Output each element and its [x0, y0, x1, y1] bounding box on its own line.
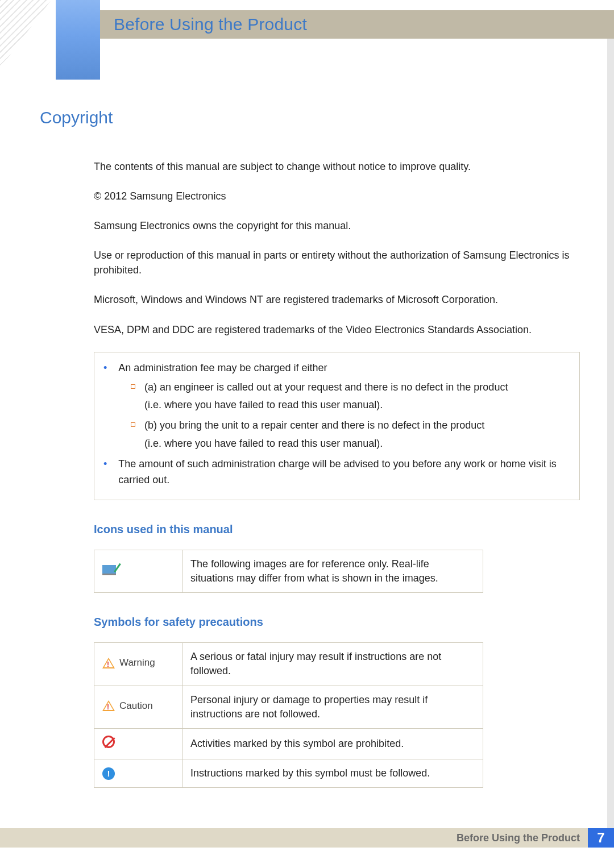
bullet-level1: • An administration fee may be charged i… — [103, 360, 570, 376]
symbol-label: Caution — [119, 699, 153, 713]
footer: Before Using the Product 7 — [0, 828, 614, 848]
symbol-description: A serious or fatal injury may result if … — [182, 643, 483, 686]
section-heading: Copyright — [40, 108, 580, 127]
decorative-hatch — [0, 0, 51, 68]
icons-table: The following images are for reference o… — [94, 550, 483, 593]
header-band: Before Using the Product — [100, 10, 614, 39]
paragraph: © 2012 Samsung Electronics — [94, 189, 580, 203]
page-number: 7 — [588, 828, 614, 848]
caution-icon: ! Caution — [102, 699, 153, 713]
table-row: ! Warning A serious or fatal injury may … — [94, 643, 483, 686]
bullet-level1: • The amount of such administration char… — [103, 456, 570, 488]
subsection-heading: Symbols for safety precautions — [94, 616, 580, 629]
bullet-text: (a) an engineer is called out at your re… — [144, 380, 508, 396]
warning-icon: ! Warning — [102, 656, 155, 670]
content: Copyright The contents of this manual ar… — [40, 108, 580, 788]
paragraph: Samsung Electronics owns the copyright f… — [94, 218, 580, 233]
paragraph: Use or reproduction of this manual in pa… — [94, 248, 580, 277]
symbol-cell: ! Warning — [94, 643, 182, 686]
symbol-description: Instructions marked by this symbol must … — [182, 759, 483, 788]
bullet-dot-icon: • — [103, 456, 107, 488]
bullet-text: An administration fee may be charged if … — [118, 360, 327, 376]
bullet-text: (b) you bring the unit to a repair cente… — [144, 418, 484, 434]
symbol-description: Activities marked by this symbol are pro… — [182, 729, 483, 759]
chapter-tab — [56, 0, 100, 80]
symbol-label: Warning — [119, 656, 155, 670]
symbol-cell: ! Caution — [94, 686, 182, 728]
symbols-table: ! Warning A serious or fatal injury may … — [94, 642, 483, 788]
page: Before Using the Product Copyright The c… — [0, 0, 614, 868]
bullet-level2: (a) an engineer is called out at your re… — [131, 380, 570, 396]
subsection-heading: Icons used in this manual — [94, 523, 580, 536]
table-row: Activities marked by this symbol are pro… — [94, 729, 483, 759]
symbol-cell: ! — [94, 759, 182, 788]
symbol-description: Personal injury or damage to properties … — [182, 686, 483, 728]
chapter-title: Before Using the Product — [114, 15, 307, 34]
admin-fee-box: • An administration fee may be charged i… — [94, 352, 580, 500]
bullet-continuation: (i.e. where you have failed to read this… — [144, 397, 570, 413]
paragraph: Microsoft, Windows and Windows NT are re… — [94, 292, 580, 307]
bullet-text: The amount of such administration charge… — [118, 456, 570, 488]
right-margin-strip — [607, 10, 614, 848]
must-follow-icon: ! — [102, 767, 115, 780]
bullet-level2: (b) you bring the unit to a repair cente… — [131, 418, 570, 434]
table-row: ! Instructions marked by this symbol mus… — [94, 759, 483, 788]
prohibited-icon — [102, 736, 115, 748]
bullet-continuation: (i.e. where you have failed to read this… — [144, 436, 570, 452]
reference-image-icon — [102, 563, 117, 575]
table-row: ! Caution Personal injury or damage to p… — [94, 686, 483, 728]
icon-cell — [94, 550, 182, 592]
symbol-cell — [94, 729, 182, 759]
paragraph: The contents of this manual are subject … — [94, 159, 580, 174]
bullet-dot-icon: • — [103, 360, 107, 376]
footer-chapter-label: Before Using the Product — [457, 832, 588, 844]
paragraph: VESA, DPM and DDC are registered tradema… — [94, 322, 580, 337]
icon-description: The following images are for reference o… — [182, 550, 483, 592]
bullet-square-icon — [131, 384, 135, 389]
bullet-square-icon — [131, 422, 135, 427]
table-row: The following images are for reference o… — [94, 550, 483, 592]
